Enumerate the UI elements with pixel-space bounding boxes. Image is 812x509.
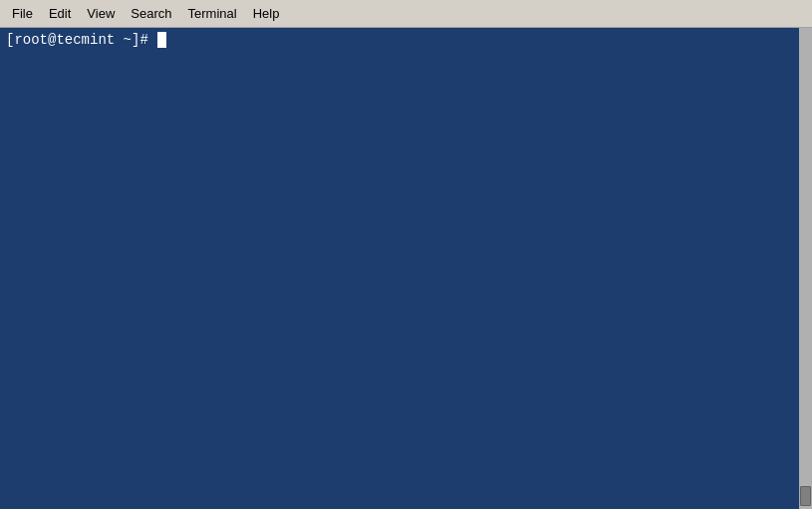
menu-search[interactable]: Search [123, 3, 179, 24]
menu-terminal[interactable]: Terminal [180, 3, 245, 24]
menu-help[interactable]: Help [245, 3, 288, 24]
prompt-line: [root@tecmint ~]# [6, 32, 806, 48]
scrollbar[interactable] [799, 28, 812, 509]
menu-view[interactable]: View [79, 3, 123, 24]
terminal-area[interactable]: [root@tecmint ~]# [0, 28, 812, 509]
scrollbar-thumb[interactable] [800, 486, 811, 506]
menu-file[interactable]: File [4, 3, 41, 24]
prompt-text: [root@tecmint ~]# [6, 32, 156, 48]
menubar: File Edit View Search Terminal Help [0, 0, 812, 28]
menu-edit[interactable]: Edit [41, 3, 79, 24]
terminal-cursor [157, 32, 166, 48]
